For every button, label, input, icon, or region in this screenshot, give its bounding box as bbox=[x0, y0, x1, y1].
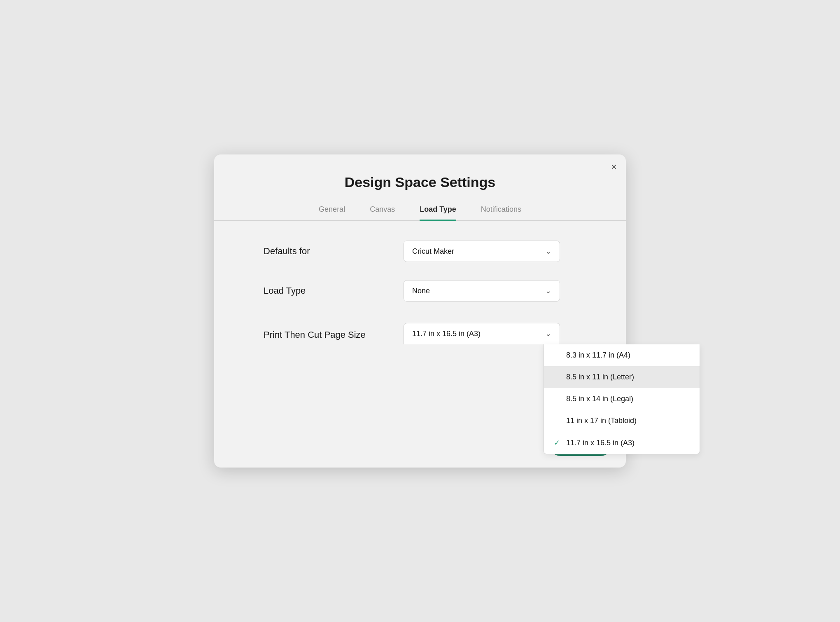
defaults-for-value: Cricut Maker bbox=[412, 247, 454, 256]
option-tabloid[interactable]: 11 in x 17 in (Tabloid) bbox=[544, 410, 700, 432]
load-type-select[interactable]: None ⌄ bbox=[404, 280, 560, 302]
print-cut-value: 11.7 in x 16.5 in (A3) bbox=[412, 330, 481, 338]
checkmark-icon: ✓ bbox=[554, 438, 562, 447]
close-icon: × bbox=[611, 162, 617, 172]
settings-modal: × Design Space Settings General Canvas L… bbox=[214, 154, 626, 468]
print-cut-label: Print Then Cut Page Size bbox=[264, 323, 404, 340]
option-legal[interactable]: 8.5 in x 14 in (Legal) bbox=[544, 388, 700, 410]
check-icon bbox=[554, 351, 562, 360]
chevron-down-icon: ⌄ bbox=[545, 286, 551, 295]
load-type-row: Load Type None ⌄ bbox=[264, 280, 576, 302]
tab-load-type[interactable]: Load Type bbox=[420, 205, 456, 221]
print-cut-dropdown: 8.3 in x 11.7 in (A4) 8.5 in x 11 in (Le… bbox=[544, 344, 700, 454]
tab-bar: General Canvas Load Type Notifications bbox=[214, 205, 626, 221]
tab-canvas[interactable]: Canvas bbox=[370, 205, 395, 221]
load-type-label: Load Type bbox=[264, 285, 404, 296]
check-icon bbox=[554, 373, 562, 381]
print-cut-row: Print Then Cut Page Size 11.7 in x 16.5 … bbox=[264, 320, 576, 344]
load-type-value: None bbox=[412, 287, 430, 295]
print-cut-select[interactable]: 11.7 in x 16.5 in (A3) ⌄ bbox=[404, 323, 560, 344]
tab-content: Defaults for Cricut Maker ⌄ Load Type No… bbox=[214, 241, 626, 344]
option-letter[interactable]: 8.5 in x 11 in (Letter) bbox=[544, 366, 700, 388]
defaults-for-row: Defaults for Cricut Maker ⌄ bbox=[264, 241, 576, 262]
option-a3-label: 11.7 in x 16.5 in (A3) bbox=[566, 439, 635, 447]
defaults-for-select[interactable]: Cricut Maker ⌄ bbox=[404, 241, 560, 262]
check-icon bbox=[554, 416, 562, 425]
option-a3[interactable]: ✓ 11.7 in x 16.5 in (A3) bbox=[544, 432, 700, 454]
option-letter-label: 8.5 in x 11 in (Letter) bbox=[566, 373, 634, 381]
tab-general[interactable]: General bbox=[319, 205, 345, 221]
check-icon bbox=[554, 395, 562, 403]
chevron-down-icon: ⌄ bbox=[545, 329, 551, 338]
option-a4[interactable]: 8.3 in x 11.7 in (A4) bbox=[544, 344, 700, 366]
chevron-down-icon: ⌄ bbox=[545, 247, 551, 256]
close-button[interactable]: × bbox=[611, 162, 617, 172]
option-tabloid-label: 11 in x 17 in (Tabloid) bbox=[566, 416, 637, 425]
tab-notifications[interactable]: Notifications bbox=[481, 205, 521, 221]
option-a4-label: 8.3 in x 11.7 in (A4) bbox=[566, 351, 630, 360]
modal-title: Design Space Settings bbox=[214, 171, 626, 190]
defaults-for-label: Defaults for bbox=[264, 246, 404, 257]
option-legal-label: 8.5 in x 14 in (Legal) bbox=[566, 395, 633, 403]
